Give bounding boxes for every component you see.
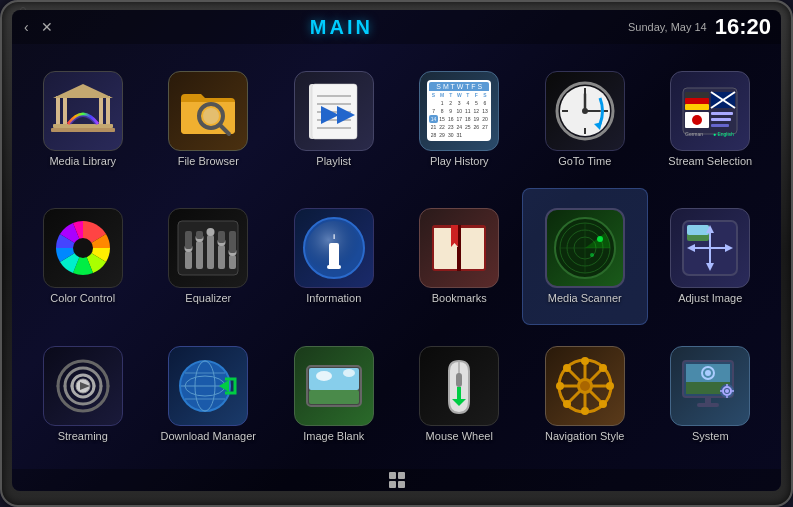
app-label-system: System [692,430,729,442]
svg-rect-2 [99,96,103,126]
app-system[interactable]: System [648,325,774,463]
svg-point-104 [580,381,590,391]
svg-point-96 [316,371,332,381]
close-button[interactable]: ✕ [39,19,55,35]
app-media-scanner[interactable]: Media Scanner [522,188,648,326]
app-image-blank[interactable]: Image Blank [271,325,397,463]
device-frame: ‹ ✕ MAIN Sunday, May 14 16:20 [0,0,793,507]
app-goto-time[interactable]: GoTo Time [522,50,648,188]
svg-line-112 [569,391,580,402]
svg-rect-53 [218,245,225,269]
app-icon-playlist [294,71,374,151]
app-stream-selection[interactable]: German ● English Stream Selection [648,50,774,188]
app-icon-information: i [294,208,374,288]
svg-rect-50 [196,231,203,239]
svg-line-111 [590,370,601,381]
app-label-playlist: Playlist [316,155,351,167]
svg-line-110 [590,391,601,402]
svg-point-119 [599,364,607,372]
app-icon-media-library [43,71,123,151]
app-playlist[interactable]: Playlist [271,50,397,188]
svg-rect-4 [53,124,113,128]
svg-point-43 [73,238,93,258]
svg-point-52 [207,228,215,236]
svg-rect-0 [56,96,60,126]
app-file-browser[interactable]: File Browser [146,50,272,188]
svg-rect-58 [229,231,236,253]
app-label-media-library: Media Library [49,155,116,167]
svg-rect-39 [711,118,731,121]
svg-point-114 [581,407,589,415]
svg-rect-32 [685,104,709,110]
windows-button[interactable] [389,472,405,488]
app-media-library[interactable]: Media Library [20,50,146,188]
app-label-color-control: Color Control [50,292,115,304]
app-icon-image-blank [294,346,374,426]
app-adjust-image[interactable]: Adjust Image [648,188,774,326]
svg-rect-1 [63,96,67,126]
svg-rect-48 [196,241,203,269]
svg-point-113 [581,357,589,365]
app-navigation-style[interactable]: Navigation Style [522,325,648,463]
svg-rect-95 [309,390,359,404]
svg-rect-63 [327,265,341,269]
svg-point-74 [590,253,594,257]
svg-rect-38 [711,112,733,115]
svg-point-73 [597,236,603,242]
app-equalizer[interactable]: Equalizer [146,188,272,326]
app-label-adjust-image: Adjust Image [678,292,742,304]
status-area: Sunday, May 14 16:20 [628,14,771,40]
app-icon-system [670,346,750,426]
date-display: Sunday, May 14 [628,21,707,33]
app-download-manager[interactable]: Download Manager [146,325,272,463]
app-label-bookmarks: Bookmarks [432,292,487,304]
app-label-download-manager: Download Manager [161,430,256,442]
svg-rect-99 [456,373,462,387]
screen: ‹ ✕ MAIN Sunday, May 14 16:20 [12,10,781,491]
svg-rect-5 [51,128,115,132]
app-icon-color-control [43,208,123,288]
svg-rect-31 [685,98,709,104]
svg-rect-51 [207,235,214,269]
app-mouse-wheel[interactable]: Mouse Wheel [397,325,523,463]
svg-point-28 [582,108,588,114]
svg-rect-77 [687,225,709,235]
app-icon-adjust-image [670,208,750,288]
svg-rect-128 [697,403,719,407]
app-label-stream-selection: Stream Selection [668,155,752,167]
app-streaming[interactable]: Streaming [20,325,146,463]
svg-rect-101 [457,387,461,401]
svg-rect-47 [185,231,192,249]
svg-point-117 [563,364,571,372]
app-information[interactable]: i Information [271,188,397,326]
svg-point-97 [343,369,355,377]
app-label-file-browser: File Browser [178,155,239,167]
app-icon-media-scanner [545,208,625,288]
app-play-history[interactable]: S M T W T F S SMTWTFS 123456 78910111213… [397,50,523,188]
svg-text:German: German [685,131,703,137]
app-label-navigation-style: Navigation Style [545,430,625,442]
app-icon-streaming [43,346,123,426]
svg-point-116 [606,382,614,390]
app-label-image-blank: Image Blank [303,430,364,442]
svg-point-126 [705,370,711,376]
app-label-information: Information [306,292,361,304]
app-grid: Media Library File Browser [12,44,781,469]
svg-point-120 [563,400,571,408]
svg-rect-62 [329,243,339,267]
svg-point-118 [599,400,607,408]
svg-rect-45 [185,251,192,269]
svg-rect-56 [229,255,236,269]
svg-point-131 [725,389,729,393]
app-bookmarks[interactable]: Bookmarks [397,188,523,326]
app-label-mouse-wheel: Mouse Wheel [426,430,493,442]
app-label-equalizer: Equalizer [185,292,231,304]
time-display: 16:20 [715,14,771,40]
svg-point-8 [203,108,219,124]
app-icon-navigation-style [545,346,625,426]
app-color-control[interactable]: Color Control [20,188,146,326]
back-button[interactable]: ‹ [22,19,31,35]
app-label-media-scanner: Media Scanner [548,292,622,304]
svg-point-115 [556,382,564,390]
svg-text:i: i [333,232,335,241]
